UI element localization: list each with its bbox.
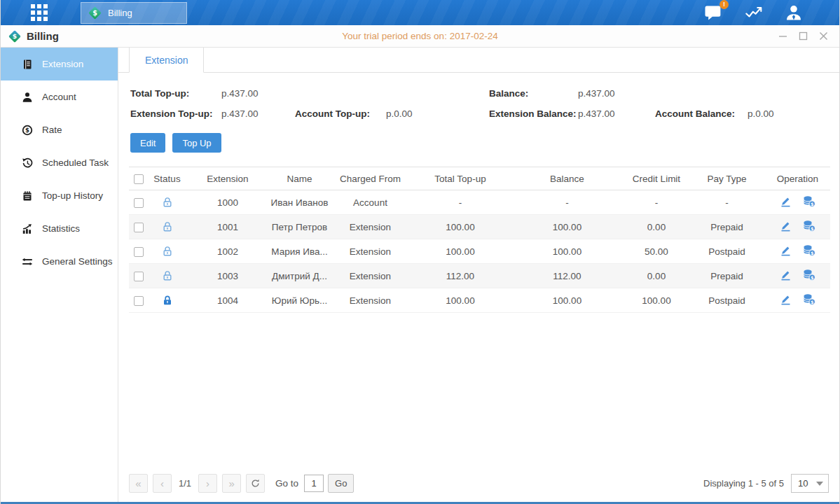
- lock-open-icon: [162, 197, 173, 207]
- sidebar-item-general-settings[interactable]: General Settings: [1, 245, 118, 278]
- extension-topup-label: Extension Top-up:: [130, 108, 221, 119]
- cell-pay-type: Postpaid: [689, 239, 765, 264]
- go-button[interactable]: Go: [328, 474, 354, 493]
- sidebar-item-statistics[interactable]: Statistics: [1, 212, 118, 245]
- goto-label: Go to: [275, 478, 298, 489]
- close-button[interactable]: [819, 31, 828, 41]
- cell-pay-type: Prepaid: [689, 215, 765, 239]
- last-page-button[interactable]: »: [222, 474, 241, 493]
- cell-charged-from: Extension: [330, 215, 411, 239]
- table-header-row: Status Extension Name Charged From Total…: [129, 167, 830, 190]
- svg-text:$: $: [25, 127, 29, 134]
- cell-credit-limit: 0.00: [624, 215, 689, 239]
- cell-name: Дмитрий Д...: [269, 264, 330, 288]
- cell-name: Юрий Юрь...: [269, 288, 330, 313]
- row-checkbox[interactable]: [134, 296, 144, 306]
- cell-balance: 100.00: [510, 215, 624, 239]
- ledger-icon: [22, 59, 33, 70]
- prev-page-button[interactable]: ‹: [153, 474, 172, 493]
- cell-operations: $: [780, 244, 815, 256]
- topup-row-button[interactable]: $: [803, 244, 815, 256]
- bar-chart-arrow-icon: [22, 223, 33, 234]
- extension-table-area: Status Extension Name Charged From Total…: [129, 167, 829, 467]
- topup-row-button[interactable]: $: [803, 195, 815, 207]
- coins-dollar-icon: $: [803, 293, 815, 305]
- total-topup-value: p.437.00: [221, 88, 295, 99]
- refresh-button[interactable]: [246, 474, 265, 493]
- cell-name: Петр Петров: [269, 215, 330, 239]
- select-all-checkbox[interactable]: [134, 174, 144, 184]
- edit-row-button[interactable]: [780, 220, 792, 232]
- taskbar-tab-billing[interactable]: $ Billing: [81, 2, 187, 24]
- trial-notice: Your trial period ends on: 2017-02-24: [1, 31, 839, 41]
- action-buttons: Edit Top Up: [130, 133, 839, 153]
- cell-balance: 100.00: [510, 288, 624, 313]
- topup-row-button[interactable]: $: [803, 220, 815, 232]
- sidebar-item-label: Scheduled Task: [42, 158, 109, 168]
- edit-button[interactable]: Edit: [130, 133, 165, 153]
- sidebar-item-account[interactable]: Account: [1, 80, 118, 113]
- cell-extension: 1001: [186, 215, 269, 239]
- topup-row-button[interactable]: $: [803, 269, 815, 281]
- sidebar: Extension Account $ Rate: [1, 48, 118, 502]
- top-up-button[interactable]: Top Up: [172, 133, 221, 153]
- refresh-icon: [251, 479, 260, 488]
- svg-text:$: $: [811, 251, 814, 256]
- notifications-button[interactable]: !: [704, 4, 724, 22]
- cell-operations: $: [780, 220, 815, 232]
- next-page-button[interactable]: ›: [198, 474, 217, 493]
- row-checkbox[interactable]: [134, 247, 144, 257]
- svg-text:$: $: [811, 300, 814, 305]
- row-checkbox[interactable]: [134, 198, 144, 208]
- cell-extension: 1004: [186, 288, 269, 313]
- resource-monitor-button[interactable]: [745, 5, 764, 20]
- notebook-icon: [22, 190, 33, 202]
- topup-row-button[interactable]: $: [803, 293, 815, 305]
- table-row[interactable]: 1003 Дмитрий Д... Extension 112.00 112.0…: [129, 264, 830, 288]
- sidebar-item-extension[interactable]: Extension: [1, 48, 118, 80]
- coins-dollar-icon: $: [803, 220, 815, 232]
- line-chart-icon: [745, 5, 764, 20]
- cell-balance: -: [510, 190, 624, 215]
- table-row[interactable]: 1002 Мария Ива... Extension 100.00 100.0…: [129, 239, 830, 264]
- minimize-button[interactable]: [778, 31, 787, 41]
- tab-strip: Extension: [118, 48, 839, 73]
- row-checkbox[interactable]: [134, 272, 144, 281]
- user-menu-button[interactable]: [785, 4, 803, 21]
- page-size-select[interactable]: 10: [791, 474, 829, 493]
- topbar-actions: !: [704, 4, 803, 22]
- tab-extension[interactable]: Extension: [129, 48, 204, 73]
- edit-row-button[interactable]: [780, 244, 792, 256]
- page-size-value: 10: [798, 478, 808, 489]
- cell-balance: 100.00: [510, 239, 624, 264]
- row-checkbox[interactable]: [134, 223, 144, 232]
- cell-credit-limit: -: [624, 190, 689, 215]
- transfer-arrows-icon: [22, 256, 33, 267]
- pagination-bar: « ‹ 1/1 › » Go to Go Displaying 1 - 5 of…: [118, 467, 839, 502]
- table-row[interactable]: 1004 Юрий Юрь... Extension 100.00 100.00…: [129, 288, 830, 313]
- sidebar-item-rate[interactable]: $ Rate: [1, 113, 118, 146]
- sidebar-item-topup-history[interactable]: Top-up History: [1, 179, 118, 212]
- edit-row-button[interactable]: [780, 269, 792, 281]
- history-clock-icon: [22, 158, 33, 169]
- sidebar-item-scheduled-task[interactable]: Scheduled Task: [1, 146, 118, 179]
- first-page-button[interactable]: «: [129, 474, 148, 493]
- edit-row-button[interactable]: [780, 293, 792, 305]
- cell-charged-from: Extension: [330, 239, 411, 264]
- page-indicator: 1/1: [179, 478, 191, 489]
- pencil-icon: [780, 195, 792, 207]
- sidebar-item-label: General Settings: [42, 256, 113, 267]
- table-row[interactable]: 1001 Петр Петров Extension 100.00 100.00…: [129, 215, 830, 239]
- notification-badge: !: [719, 0, 729, 9]
- col-balance: Balance: [510, 167, 624, 190]
- goto-page-input[interactable]: [304, 475, 324, 492]
- account-topup-label: Account Top-up:: [295, 108, 386, 119]
- table-row[interactable]: 1000 Иван Иванов Account - - - - $: [129, 190, 830, 215]
- maximize-button[interactable]: [799, 31, 808, 41]
- app-menu-button[interactable]: [27, 3, 51, 22]
- cell-pay-type: Postpaid: [689, 288, 765, 313]
- edit-row-button[interactable]: [780, 195, 792, 207]
- window-titlebar: $ Billing Your trial period ends on: 201…: [1, 25, 839, 48]
- pagination-right: Displaying 1 - 5 of 5 10: [703, 474, 829, 493]
- window-title: $ Billing: [8, 29, 59, 43]
